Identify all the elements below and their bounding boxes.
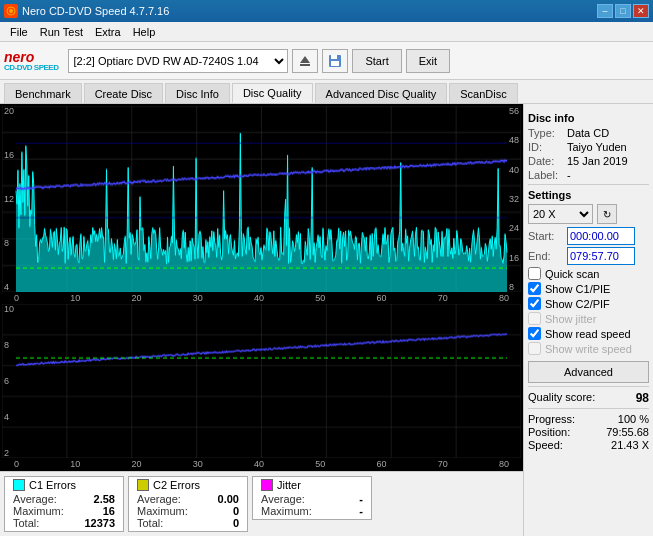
refresh-button[interactable]: ↻ xyxy=(597,204,617,224)
speed-row: Speed: 21.43 X xyxy=(528,439,649,451)
start-time-row: Start: xyxy=(528,227,649,245)
quick-scan-row: Quick scan xyxy=(528,267,649,280)
tab-disc-quality[interactable]: Disc Quality xyxy=(232,83,313,103)
main-content: 56 48 40 32 24 16 8 20 16 12 8 4 0 10 20… xyxy=(0,104,653,536)
app-icon xyxy=(4,4,18,18)
tab-benchmark[interactable]: Benchmark xyxy=(4,83,82,103)
show-read-speed-checkbox[interactable] xyxy=(528,327,541,340)
svg-rect-3 xyxy=(300,64,310,66)
svg-rect-5 xyxy=(331,55,337,59)
disc-info-title: Disc info xyxy=(528,112,649,124)
title-text: Nero CD-DVD Speed 4.7.7.16 xyxy=(22,5,169,17)
menu-bar: File Run Test Extra Help xyxy=(0,22,653,42)
right-panel: Disc info Type: Data CD ID: Taiyo Yuden … xyxy=(523,104,653,536)
progress-section: Progress: 100 % Position: 79:55.68 Speed… xyxy=(528,413,649,451)
menu-help[interactable]: Help xyxy=(127,24,162,40)
tab-create-disc[interactable]: Create Disc xyxy=(84,83,163,103)
legend-c1: C1 Errors Average: 2.58 Maximum: 16 Tota… xyxy=(4,476,124,532)
eject-button[interactable] xyxy=(292,49,318,73)
minimize-button[interactable]: – xyxy=(597,4,613,18)
chart-bottom: 10 8 6 4 2 xyxy=(2,304,521,458)
quality-score-value: 98 xyxy=(636,391,649,405)
chart-top: 56 48 40 32 24 16 8 20 16 12 8 4 xyxy=(2,106,521,292)
top-chart-canvas xyxy=(2,106,521,292)
exit-button[interactable]: Exit xyxy=(406,49,450,73)
show-write-speed-row: Show write speed xyxy=(528,342,649,355)
end-time-input[interactable] xyxy=(567,247,635,265)
menu-extra[interactable]: Extra xyxy=(89,24,127,40)
show-write-speed-checkbox xyxy=(528,342,541,355)
maximize-button[interactable]: □ xyxy=(615,4,631,18)
speed-value: 21.43 X xyxy=(611,439,649,451)
disc-date-row: Date: 15 Jan 2019 xyxy=(528,155,649,167)
disc-label-row: Label: - xyxy=(528,169,649,181)
c2-color xyxy=(137,479,149,491)
start-button[interactable]: Start xyxy=(352,49,401,73)
position-row: Position: 79:55.68 xyxy=(528,426,649,438)
legend-c2: C2 Errors Average: 0.00 Maximum: 0 Total… xyxy=(128,476,248,532)
c1-color xyxy=(13,479,25,491)
divider-1 xyxy=(528,184,649,185)
window-controls: – □ ✕ xyxy=(597,4,649,18)
disc-id-row: ID: Taiyo Yuden xyxy=(528,141,649,153)
progress-row: Progress: 100 % xyxy=(528,413,649,425)
bottom-chart-canvas xyxy=(2,304,521,458)
tab-disc-info[interactable]: Disc Info xyxy=(165,83,230,103)
svg-marker-2 xyxy=(300,56,310,63)
position-value: 79:55.68 xyxy=(606,426,649,438)
menu-file[interactable]: File xyxy=(4,24,34,40)
progress-value: 100 % xyxy=(618,413,649,425)
divider-2 xyxy=(528,386,649,387)
bottom-chart-x-labels: 0 10 20 30 40 50 60 70 80 xyxy=(0,459,523,469)
nero-logo: nero CD-DVD SPEED xyxy=(4,50,58,72)
show-c1pie-row: Show C1/PIE xyxy=(528,282,649,295)
toolbar: nero CD-DVD SPEED [2:2] Optiarc DVD RW A… xyxy=(0,42,653,80)
show-c2pif-row: Show C2/PIF xyxy=(528,297,649,310)
tab-bar: Benchmark Create Disc Disc Info Disc Qua… xyxy=(0,80,653,104)
legend-area: C1 Errors Average: 2.58 Maximum: 16 Tota… xyxy=(0,471,523,536)
title-bar: Nero CD-DVD Speed 4.7.7.16 – □ ✕ xyxy=(0,0,653,22)
svg-rect-6 xyxy=(331,61,339,66)
save-button[interactable] xyxy=(322,49,348,73)
show-read-speed-row: Show read speed xyxy=(528,327,649,340)
quick-scan-checkbox[interactable] xyxy=(528,267,541,280)
svg-point-1 xyxy=(9,9,13,13)
show-c2pif-checkbox[interactable] xyxy=(528,297,541,310)
settings-title: Settings xyxy=(528,189,649,201)
drive-select[interactable]: [2:2] Optiarc DVD RW AD-7240S 1.04 xyxy=(68,49,288,73)
tab-scandisc[interactable]: ScanDisc xyxy=(449,83,517,103)
show-jitter-checkbox xyxy=(528,312,541,325)
disc-type-row: Type: Data CD xyxy=(528,127,649,139)
speed-setting-row: 20 X 4 X 8 X 16 X 32 X Max ↻ xyxy=(528,204,649,224)
show-jitter-row: Show jitter xyxy=(528,312,649,325)
jitter-color xyxy=(261,479,273,491)
show-c1pie-checkbox[interactable] xyxy=(528,282,541,295)
menu-run-test[interactable]: Run Test xyxy=(34,24,89,40)
close-button[interactable]: ✕ xyxy=(633,4,649,18)
legend-jitter: Jitter Average: - Maximum: - xyxy=(252,476,372,520)
end-time-row: End: xyxy=(528,247,649,265)
speed-select[interactable]: 20 X 4 X 8 X 16 X 32 X Max xyxy=(528,204,593,224)
top-chart-x-labels: 0 10 20 30 40 50 60 70 80 xyxy=(0,293,523,303)
quality-score-row: Quality score: 98 xyxy=(528,391,649,405)
divider-3 xyxy=(528,408,649,409)
advanced-button[interactable]: Advanced xyxy=(528,361,649,383)
tab-advanced-disc-quality[interactable]: Advanced Disc Quality xyxy=(315,83,448,103)
chart-panel: 56 48 40 32 24 16 8 20 16 12 8 4 0 10 20… xyxy=(0,104,523,536)
start-time-input[interactable] xyxy=(567,227,635,245)
